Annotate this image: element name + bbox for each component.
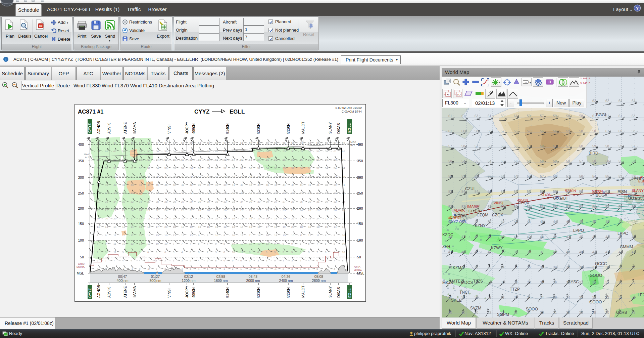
svg-text:54: 54 (249, 158, 252, 161)
svg-text:53: 53 (105, 167, 108, 170)
svg-text:350: 350 (78, 159, 84, 163)
svg-text:23: 23 (249, 209, 252, 212)
svg-text:30: 30 (579, 311, 583, 314)
svg-text:6: 6 (207, 259, 208, 262)
svg-text:37: 37 (147, 192, 150, 195)
svg-text:55: 55 (283, 158, 286, 161)
svg-text:36: 36 (156, 192, 159, 195)
svg-text:32: 32 (122, 200, 125, 203)
svg-text:CZQX: CZQX (492, 213, 503, 217)
svg-text:14: 14 (257, 234, 260, 237)
svg-text:ATENE: ATENE (123, 122, 127, 134)
svg-text:56: 56 (579, 190, 583, 194)
svg-text:4: 4 (139, 259, 141, 262)
svg-text:19: 19 (190, 225, 193, 228)
svg-text:15: 15 (139, 234, 142, 237)
svg-text:EGLL: EGLL (230, 109, 245, 115)
svg-text:6: 6 (232, 259, 234, 262)
svg-text:47: 47 (514, 220, 518, 224)
svg-text:54: 54 (488, 160, 492, 163)
svg-text:27: 27 (97, 209, 100, 212)
svg-text:46: 46 (632, 235, 636, 239)
svg-text:59: 59 (97, 158, 100, 161)
svg-text:34: 34 (190, 192, 193, 195)
svg-text:48: 48 (257, 175, 260, 178)
svg-text:150: 150 (357, 222, 363, 226)
svg-text:58: 58 (579, 114, 583, 118)
svg-text:39: 39 (207, 183, 210, 186)
svg-text:51: 51 (579, 205, 583, 209)
svg-text:40: 40 (566, 250, 570, 254)
svg-text:59: 59 (249, 141, 252, 144)
svg-text:12: 12 (131, 242, 134, 245)
svg-text:38: 38 (249, 192, 252, 195)
svg-text:4: 4 (181, 251, 183, 254)
svg-text:54: 54 (488, 190, 492, 194)
svg-text:4: 4 (198, 259, 200, 262)
svg-text:50: 50 (181, 175, 184, 178)
svg-text:14: 14 (240, 225, 243, 228)
svg-text:-2: -2 (147, 267, 150, 270)
svg-text:9: 9 (105, 234, 107, 237)
svg-text:60: 60 (131, 141, 134, 144)
svg-text:2000 nm: 2000 nm (246, 279, 260, 283)
svg-text:21: 21 (147, 209, 150, 212)
svg-text:LPPC: LPPC (617, 231, 628, 236)
svg-text:54: 54 (461, 160, 465, 163)
svg-text:59: 59 (266, 141, 269, 144)
svg-text:56: 56 (605, 160, 609, 163)
svg-text:5230N: 5230N (256, 123, 260, 134)
svg-text:56: 56 (164, 158, 167, 161)
svg-text:6: 6 (164, 251, 166, 254)
svg-text:33: 33 (527, 281, 531, 284)
svg-text:20: 20 (164, 225, 167, 228)
svg-text:14: 14 (131, 225, 134, 228)
svg-text:40: 40 (240, 192, 243, 195)
svg-text:62: 62 (113, 150, 116, 153)
svg-text:3: 3 (257, 259, 259, 262)
svg-text:58: 58 (291, 158, 294, 161)
svg-text:MKJK: MKJK (442, 280, 453, 285)
svg-text:51: 51 (131, 167, 134, 170)
svg-text:27: 27 (113, 209, 116, 212)
svg-text:29: 29 (632, 311, 636, 314)
svg-text:2: 2 (300, 259, 301, 262)
svg-text:56: 56 (501, 144, 505, 148)
svg-text:33: 33 (173, 192, 176, 195)
svg-text:45: 45 (592, 220, 596, 224)
svg-text:34: 34 (592, 296, 596, 299)
svg-text:55: 55 (139, 158, 142, 161)
svg-text:9: 9 (215, 242, 217, 245)
svg-text:16: 16 (274, 225, 277, 228)
svg-text:46: 46 (334, 175, 337, 178)
svg-text:30: 30 (266, 200, 269, 203)
svg-text:30: 30 (448, 311, 452, 314)
svg-text:33: 33 (181, 192, 184, 195)
svg-text:ADVIK: ADVIK (454, 208, 465, 212)
svg-text:42: 42 (527, 235, 531, 239)
svg-text:16: 16 (266, 234, 269, 237)
svg-text:52: 52 (448, 190, 452, 194)
svg-text:5: 5 (274, 251, 276, 254)
svg-text:56: 56 (300, 167, 303, 170)
svg-text:VINSI: VINSI (167, 289, 171, 298)
svg-text:2400 nm: 2400 nm (279, 279, 293, 283)
svg-text:16: 16 (198, 225, 201, 228)
svg-text:EGLL: EGLL (348, 288, 352, 298)
svg-text:59: 59 (488, 129, 492, 133)
svg-text:32: 32 (224, 200, 227, 203)
svg-text:57: 57 (527, 175, 531, 178)
svg-text:38: 38 (579, 265, 583, 269)
svg-text:3: 3 (181, 259, 183, 262)
svg-text:52: 52 (257, 167, 260, 170)
svg-text:ZFH: ZFH (442, 244, 450, 249)
svg-text:18: 18 (308, 225, 311, 228)
svg-text:5: 5 (198, 242, 200, 245)
svg-text:58: 58 (540, 144, 544, 148)
svg-text:42: 42 (632, 250, 636, 254)
svg-text:57: 57 (181, 158, 184, 161)
svg-text:300: 300 (78, 175, 84, 179)
svg-text:32: 32 (605, 296, 609, 299)
svg-text:46: 46 (266, 183, 269, 186)
svg-text:58: 58 (190, 150, 193, 153)
